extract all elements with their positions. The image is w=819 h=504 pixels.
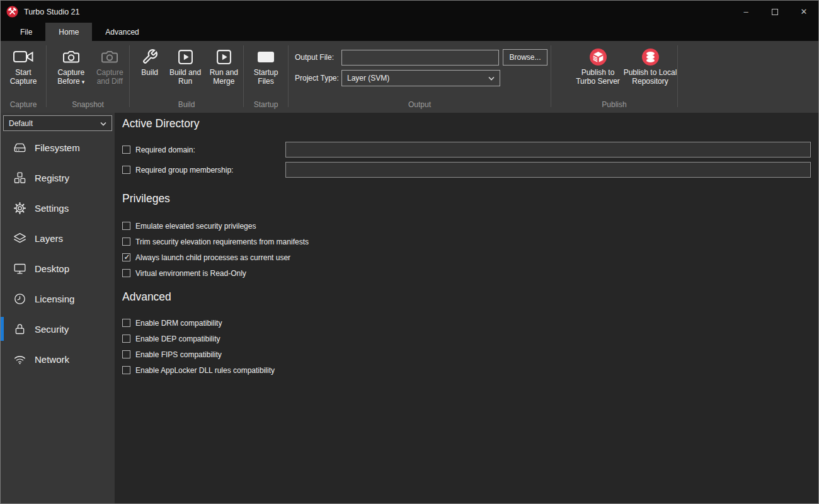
section-title-active-directory: Active Directory	[122, 117, 811, 130]
tab-home[interactable]: Home	[45, 23, 92, 41]
screen-filled-icon	[256, 48, 275, 66]
virtual-environment-readonly-row: Virtual environment is Read-Only	[122, 265, 811, 281]
dropdown-arrow-icon: ▾	[82, 79, 85, 85]
sidebar-item-settings[interactable]: Settings	[1, 193, 115, 223]
enable-fips-row: Enable FIPS compatibility	[122, 346, 811, 362]
profile-select-value: Default	[9, 119, 33, 128]
group-label-startup: Startup	[244, 100, 288, 113]
enable-drm-row: Enable DRM compatibility	[122, 315, 811, 331]
tab-advanced[interactable]: Advanced	[92, 23, 152, 41]
camera-icon	[101, 48, 118, 66]
video-camera-icon	[13, 48, 34, 66]
ribbon-separator	[677, 45, 678, 107]
layers-icon	[13, 232, 26, 245]
enable-applocker-row: Enable AppLocker DLL rules compatibility	[122, 362, 811, 378]
ribbon-group-build: Build Build and Run Run and Merge Build	[130, 41, 243, 113]
sidebar-item-desktop[interactable]: Desktop	[1, 253, 115, 284]
group-label-output: Output	[289, 100, 551, 113]
capture-before-button[interactable]: Capture Before▾	[52, 41, 91, 100]
group-label-capture: Capture	[1, 100, 46, 113]
build-and-run-button[interactable]: Build and Run	[166, 41, 204, 100]
tab-file[interactable]: File	[7, 23, 45, 41]
security-settings-panel: Active Directory Required domain: Requir…	[115, 113, 818, 503]
maximize-icon	[772, 9, 778, 15]
required-group-membership-row: Required group membership:	[122, 162, 811, 178]
window-controls: – ✕	[731, 1, 818, 23]
group-label-snapshot: Snapshot	[47, 100, 129, 113]
enable-dep-row: Enable DEP compatibility	[122, 331, 811, 346]
turbo-logo-icon	[6, 6, 18, 18]
sidebar-item-layers[interactable]: Layers	[1, 223, 115, 253]
wrench-icon	[142, 48, 158, 66]
emulate-elevated-privileges-row: Emulate elevated security privileges	[122, 218, 811, 234]
ribbon-group-capture: Start Capture Capture	[1, 41, 46, 113]
minimize-button[interactable]: –	[731, 1, 760, 23]
camera-icon	[62, 48, 80, 66]
enable-drm-checkbox[interactable]	[122, 319, 130, 327]
project-type-select[interactable]: Layer (SVM)	[341, 70, 500, 86]
capture-and-diff-button[interactable]: Capture and Diff	[91, 41, 130, 100]
titlebar: Turbo Studio 21 – ✕	[1, 1, 818, 23]
startup-files-button[interactable]: Startup Files	[245, 41, 287, 100]
sidebar: Default Filesystem Registry	[1, 113, 115, 503]
required-domain-row: Required domain:	[122, 142, 811, 158]
trim-security-elevation-checkbox[interactable]	[122, 238, 130, 246]
always-launch-child-processes-checkbox[interactable]	[122, 253, 130, 261]
app-window: Turbo Studio 21 – ✕ File Home Advanced S…	[0, 0, 819, 504]
enable-fips-checkbox[interactable]	[122, 350, 130, 358]
sidebar-nav: Filesystem Registry Settings	[1, 132, 115, 374]
ribbon-group-startup: Startup Files Startup	[244, 41, 288, 113]
gear-icon	[13, 202, 26, 215]
monitor-icon	[13, 262, 26, 275]
project-type-value: Layer (SVM)	[347, 74, 389, 83]
project-type-label: Project Type:	[295, 74, 341, 83]
start-capture-button[interactable]: Start Capture	[3, 41, 43, 100]
enable-applocker-checkbox[interactable]	[122, 366, 130, 374]
publish-to-turbo-server-button[interactable]: Publish to Turbo Server	[574, 41, 622, 100]
required-domain-input[interactable]	[285, 142, 811, 158]
ribbon-group-publish: Publish to Turbo Server Publish to Local…	[551, 41, 677, 113]
lock-icon	[13, 323, 26, 336]
ribbon-group-snapshot: Capture Before▾ Capture and Diff Snapsho…	[47, 41, 129, 113]
ribbon: Start Capture Capture Capture Before▾	[1, 41, 818, 113]
maximize-button[interactable]	[760, 1, 789, 23]
group-label-build: Build	[130, 100, 243, 113]
section-title-privileges: Privileges	[122, 192, 811, 205]
sidebar-item-registry[interactable]: Registry	[1, 163, 115, 193]
build-button[interactable]: Build	[134, 41, 166, 100]
browse-button[interactable]: Browse...	[503, 49, 547, 66]
enable-dep-checkbox[interactable]	[122, 335, 130, 343]
required-group-membership-input[interactable]	[285, 162, 811, 178]
virtual-environment-readonly-checkbox[interactable]	[122, 269, 130, 277]
registry-cubes-icon	[13, 171, 26, 185]
wifi-icon	[13, 353, 26, 366]
sidebar-item-licensing[interactable]: Licensing	[1, 284, 115, 314]
sidebar-item-filesystem[interactable]: Filesystem	[1, 132, 115, 163]
play-square-icon	[178, 48, 193, 66]
section-title-advanced: Advanced	[122, 290, 811, 304]
chevron-down-icon	[488, 74, 495, 83]
chevron-down-icon	[100, 119, 106, 128]
harddrive-icon	[13, 141, 26, 154]
sidebar-item-security[interactable]: Security	[1, 314, 115, 344]
minimize-icon: –	[743, 8, 748, 16]
menubar: File Home Advanced	[1, 23, 818, 41]
sidebar-item-network[interactable]: Network	[1, 344, 115, 374]
required-domain-checkbox[interactable]	[122, 146, 130, 154]
ribbon-group-output: Output File: Browse... Project Type: Lay…	[289, 41, 551, 113]
output-file-input[interactable]	[341, 50, 499, 66]
trim-security-elevation-row: Trim security elevation requirements fro…	[122, 234, 811, 249]
always-launch-child-processes-row: Always launch child processes as current…	[122, 249, 811, 265]
group-label-publish: Publish	[551, 100, 677, 113]
profile-select[interactable]: Default	[3, 115, 112, 131]
clock-icon	[13, 292, 26, 306]
publish-to-local-repository-button[interactable]: Publish to Local Repository	[623, 41, 677, 100]
close-icon: ✕	[801, 8, 808, 16]
play-square-icon	[216, 48, 232, 66]
emulate-elevated-privileges-checkbox[interactable]	[122, 222, 130, 230]
close-button[interactable]: ✕	[789, 1, 818, 23]
package-red-icon	[590, 48, 607, 66]
run-and-merge-button[interactable]: Run and Merge	[205, 41, 243, 100]
output-file-label: Output File:	[295, 53, 341, 62]
required-group-membership-checkbox[interactable]	[122, 166, 130, 174]
